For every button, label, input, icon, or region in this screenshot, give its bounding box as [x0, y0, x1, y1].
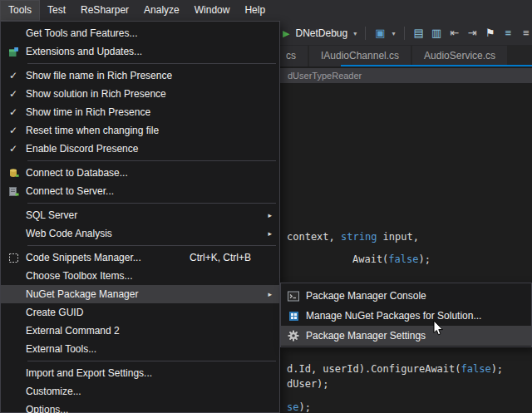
menu-item-label: External Tools... [26, 343, 273, 355]
menu-item-show-time[interactable]: ✓ Show time in Rich Presence [1, 103, 279, 121]
menu-item-label: Get Tools and Features... [26, 27, 273, 39]
menu-item-external-command-2[interactable]: External Command 2 [1, 322, 279, 340]
save-all-icon[interactable]: ▥ [431, 22, 443, 45]
increase-indent-icon[interactable]: ⇥ [466, 22, 479, 45]
submenu-arrow-icon: ▸ [268, 229, 272, 238]
menu-separator [27, 361, 276, 361]
code-line: d.Id, userId).ConfigureAwait(false); [287, 363, 503, 375]
submenu-arrow-icon: ▸ [268, 211, 272, 219]
menu-item-package-manager-settings[interactable]: Package Manager Settings [281, 326, 531, 346]
menu-item-code-snippets-manager[interactable]: Code Snippets Manager... Ctrl+K, Ctrl+B [1, 248, 279, 267]
toolbar-content: ▶ DNetDebug ▾ ▣ ▾ ▤ ▥ ⇤ ⇥ ⚑ ≡ ≡ [283, 21, 532, 46]
active-document-underline [341, 65, 532, 66]
attach-to-process-icon[interactable]: ▣ [374, 22, 387, 45]
code-line: dUser); [287, 378, 329, 390]
menu-item-label: Package Manager Settings [306, 330, 525, 342]
menu-item-label: Package Manager Console [306, 290, 525, 302]
checkmark-icon: ✓ [1, 106, 26, 118]
mouse-cursor [433, 320, 444, 339]
nuget-submenu: Package Manager Console Manage NuGet Pac… [280, 283, 532, 347]
menu-item-label: Show file name in Rich Presence [26, 70, 273, 81]
menu-separator [27, 203, 276, 204]
menu-item-show-file-name[interactable]: ✓ Show file name in Rich Presence [1, 66, 279, 85]
menu-item-label: NuGet Package Manager [26, 288, 273, 300]
menu-item-label: Customize... [26, 386, 273, 397]
menu-item-label: Enable Discord Presence [26, 143, 273, 155]
menu-item-sql-server[interactable]: SQL Server ▸ [1, 206, 279, 224]
tab-audioservice[interactable]: AudioService.cs [412, 46, 507, 66]
checkmark-icon: ✓ [1, 70, 26, 81]
manage-packages-icon [281, 311, 306, 322]
code-line: Await(false); [352, 253, 431, 265]
menubar-item-test[interactable]: Test [40, 0, 73, 21]
menu-item-customize[interactable]: Customize... [1, 382, 279, 401]
preview-changes-icon[interactable]: ▤ [412, 22, 425, 45]
console-icon [281, 291, 306, 302]
menubar-item-tools[interactable]: Tools [0, 0, 40, 21]
tab-iaudiochannel[interactable]: IAudioChannel.cs [309, 46, 411, 66]
menubar-item-analyze[interactable]: Analyze [136, 0, 187, 21]
chevron-down-icon[interactable]: ▾ [353, 30, 357, 37]
start-debug-icon[interactable]: ▶ [283, 28, 289, 39]
menubar-item-window[interactable]: Window [187, 0, 238, 21]
menu-item-label: Import and Export Settings... [26, 367, 273, 379]
checkmark-icon: ✓ [1, 125, 26, 136]
menu-separator [27, 160, 276, 161]
toolbar-separator [404, 27, 405, 40]
server-icon [1, 186, 26, 197]
menu-item-label: Web Code Analysis [26, 228, 273, 239]
menu-item-choose-toolbox-items[interactable]: Choose Toolbox Items... [1, 267, 279, 285]
chevron-down-icon[interactable]: ▾ [392, 30, 396, 37]
menu-item-label: SQL Server [26, 209, 273, 221]
submenu-arrow-icon: ▸ [268, 290, 272, 298]
menu-item-label: Options... [26, 404, 273, 413]
menu-item-nuget-package-manager[interactable]: NuGet Package Manager ▸ [1, 285, 279, 303]
debug-target-dropdown[interactable]: DNetDebug [295, 27, 347, 39]
database-icon [1, 168, 26, 179]
menu-item-label: Connect to Server... [26, 185, 273, 197]
code-snippets-icon [1, 253, 26, 263]
tools-menu: Get Tools and Features... Extensions and… [0, 21, 280, 413]
comment-lines-icon[interactable]: ≡ [502, 22, 515, 45]
menu-item-manage-nuget-packages[interactable]: Manage NuGet Packages for Solution... [281, 306, 531, 326]
menu-separator [27, 245, 276, 246]
menu-item-show-solution[interactable]: ✓ Show solution in Rich Presence [1, 85, 279, 103]
menu-item-enable-discord-presence[interactable]: ✓ Enable Discord Presence [1, 140, 279, 158]
checkmark-icon: ✓ [1, 88, 26, 100]
menubar-item-help[interactable]: Help [237, 0, 273, 21]
bookmark-icon[interactable]: ⚑ [485, 22, 497, 45]
menu-item-label: Choose Toolbox Items... [26, 270, 273, 282]
menu-item-label: Create GUID [26, 307, 273, 318]
extensions-icon [1, 47, 26, 57]
menu-item-shortcut: Ctrl+K, Ctrl+B [190, 252, 251, 263]
menu-item-label: Code Snippets Manager... [26, 252, 190, 263]
code-line: se); [287, 401, 311, 413]
menu-bar: Tools Test ReSharper Analyze Window Help [0, 0, 532, 21]
menu-item-label: Show time in Rich Presence [26, 106, 273, 118]
menu-item-label: Extensions and Updates... [26, 46, 273, 57]
menu-item-connect-to-database[interactable]: Connect to Database... [1, 164, 279, 182]
gear-icon [281, 330, 306, 342]
menu-item-label: External Command 2 [26, 325, 273, 337]
menu-item-extensions-and-updates[interactable]: Extensions and Updates... [1, 42, 279, 61]
menu-item-options[interactable]: Options... [1, 401, 279, 413]
menu-item-package-manager-console[interactable]: Package Manager Console [281, 286, 531, 306]
menu-item-connect-to-server[interactable]: Connect to Server... [1, 182, 279, 200]
menu-item-create-guid[interactable]: Create GUID [1, 303, 279, 322]
code-line: context, string input, [287, 231, 419, 243]
menu-separator [27, 63, 276, 64]
menu-item-external-tools[interactable]: External Tools... [1, 340, 279, 358]
menubar-item-resharper[interactable]: ReSharper [73, 0, 136, 21]
menu-item-label: Show solution in Rich Presence [26, 88, 273, 100]
menu-item-web-code-analysis[interactable]: Web Code Analysis ▸ [1, 224, 279, 243]
menu-item-get-tools-and-features[interactable]: Get Tools and Features... [1, 24, 279, 42]
decrease-indent-icon[interactable]: ⇤ [448, 22, 461, 45]
checkmark-icon: ✓ [1, 143, 26, 155]
menu-item-reset-time[interactable]: ✓ Reset time when changing file [1, 121, 279, 140]
uncomment-lines-icon[interactable]: ≡ [520, 22, 532, 45]
menu-item-label: Reset time when changing file [26, 125, 273, 136]
toolbar-separator [365, 27, 366, 40]
menu-item-label: Manage NuGet Packages for Solution... [306, 310, 525, 322]
menu-item-label: Connect to Database... [26, 167, 273, 179]
menu-item-import-export-settings[interactable]: Import and Export Settings... [1, 364, 279, 382]
